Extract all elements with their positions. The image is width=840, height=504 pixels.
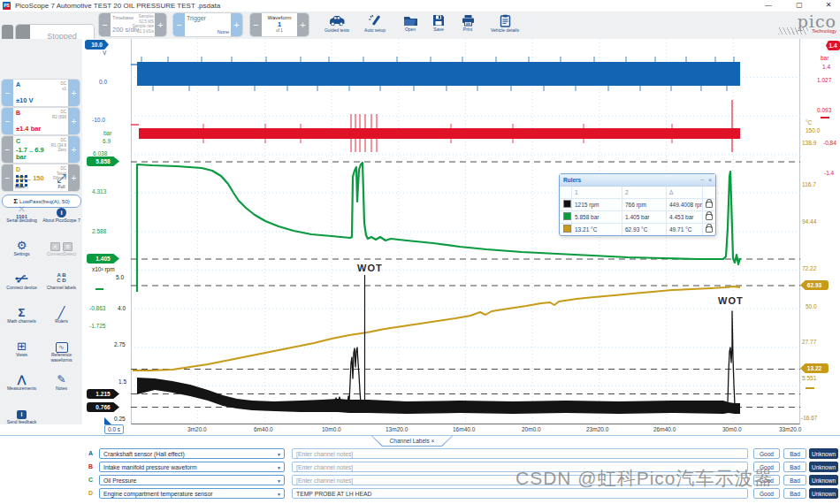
lock-icon[interactable] xyxy=(706,214,713,220)
channel-A-plus-button[interactable]: + xyxy=(68,80,80,106)
ruler-badge[interactable]: 1.405 xyxy=(87,254,119,263)
toolbar: Stopped − Timebase 200 s/div Samples 62.… xyxy=(0,11,840,40)
rulers-minimize-icon[interactable]: − xyxy=(700,174,704,186)
time-tick-label: 20m0.0 xyxy=(522,426,541,432)
channel-C-minus-button[interactable]: − xyxy=(2,136,13,163)
toolbar-vehicle-details-button[interactable]: Vehicle details xyxy=(485,13,525,37)
axis-label-left: 6.038 xyxy=(93,150,107,157)
bad-button-C[interactable]: Bad xyxy=(783,475,806,485)
bad-button-A[interactable]: Bad xyxy=(783,448,806,459)
axis-label-right: °C xyxy=(806,119,812,126)
row-channel-letter: A xyxy=(88,450,93,456)
sidebar-tool-more[interactable]: More... xyxy=(2,172,42,190)
time-tick-label: 16m40.0 xyxy=(453,426,475,432)
sidebar-tool-label: Notes xyxy=(42,386,81,392)
ruler-badge[interactable]: 0.766 xyxy=(87,402,119,412)
printer-icon xyxy=(454,14,481,27)
channel-A-minus-button[interactable]: − xyxy=(2,80,13,106)
sidebar-tool-full[interactable]: ⤢Full xyxy=(42,172,81,190)
waveform-minus-button[interactable]: − xyxy=(250,13,262,36)
sidebar-tool-serial-decoding[interactable]: ⤬1101Serial decoding xyxy=(2,205,42,224)
sample-rate-value: 31.3 kS/s xyxy=(137,29,154,34)
ruler-row: 13.21 °C62.93 °C49.71 °C xyxy=(560,224,715,235)
bad-button-B[interactable]: Bad xyxy=(783,462,806,472)
unknown-button-C[interactable]: Unknown xyxy=(809,475,838,485)
sidebar-tool-label: Full xyxy=(42,185,81,190)
sidebar-tool-reference-waveforms[interactable]: ∿Reference waveforms xyxy=(42,340,81,363)
sidebar-tool-channel-labels[interactable]: A BC DChannel labels xyxy=(42,272,81,291)
channel-B-panel[interactable]: −B±1.4 barDCR2 (690+ xyxy=(2,108,80,134)
channel-C-panel[interactable]: −C-1.7 .. 6.9 barDCR1 (34.8Zero+ xyxy=(2,136,80,163)
ruler-badge[interactable]: 1.4 xyxy=(826,41,840,50)
sidebar-tool-views[interactable]: ⊞Views xyxy=(2,340,42,358)
refwave-icon: ∿ xyxy=(42,340,81,353)
ruler-badge[interactable]: 5.858 xyxy=(87,157,119,166)
sidebar-tool-connectdetect[interactable]: A BConnectDetect xyxy=(42,239,81,257)
axis-label-left: 4.313 xyxy=(92,188,106,195)
sensor-select-B[interactable]: Intake manifold pressure waveform▼ xyxy=(99,462,285,472)
channel-labels-tab[interactable]: Channel Labels × xyxy=(371,436,453,447)
lock-icon[interactable] xyxy=(706,202,713,208)
toolbar-auto-setup-button[interactable]: Auto setup xyxy=(359,13,391,37)
ruler-icon: ╱ xyxy=(42,306,81,319)
channel-C-letter: C xyxy=(16,138,20,144)
time-tick-label: 23m20.0 xyxy=(586,426,608,432)
toolbar-save-button[interactable]: Save xyxy=(426,13,451,37)
sidebar-tool-measurements[interactable]: ⋀Measurements xyxy=(2,373,42,392)
sidebar-tool-send-feedback[interactable]: iSend feedback xyxy=(2,407,42,425)
channel-B-plus-button[interactable]: + xyxy=(68,108,80,134)
ruler-badge[interactable]: 1.215 xyxy=(87,389,119,399)
sidebar-tool-rulers[interactable]: ╱Rulers xyxy=(42,306,81,325)
waveform-canvas[interactable] xyxy=(82,39,840,424)
minimize-button[interactable]: — xyxy=(759,0,778,11)
sidebar-tool-notes[interactable]: ✎Notes xyxy=(42,373,81,392)
axis-label-left: bar xyxy=(103,130,111,136)
unknown-button-B[interactable]: Unknown xyxy=(809,462,838,472)
maximize-button[interactable]: ▢ xyxy=(790,0,809,11)
timebase-plus-button[interactable]: + xyxy=(155,13,166,36)
sidebar-tool-label: Measurements xyxy=(2,386,42,392)
sidebar-tool-settings[interactable]: ⚙Settings xyxy=(2,239,42,257)
rulers-panel-header[interactable]: Rulers − × xyxy=(560,174,715,187)
timebase-control: − Timebase 200 s/div Samples 62.5 MS Sam… xyxy=(99,13,166,36)
time-zero-marker-icon[interactable] xyxy=(104,417,111,424)
unknown-button-A[interactable]: Unknown xyxy=(809,448,838,459)
good-button-A[interactable]: Good xyxy=(753,448,780,459)
channel-A-panel[interactable]: −A±10 VDCx1+ xyxy=(2,80,80,106)
sensor-select-D[interactable]: Engine compartment temperature sensor▼ xyxy=(99,488,285,499)
rulers-close-icon[interactable]: × xyxy=(708,174,712,186)
channel-B-coupling-tags: DCR2 (690 xyxy=(52,110,66,119)
rulers-panel[interactable]: Rulers − × 12Δ1215 rpm766 rpm449.4008 rp… xyxy=(559,173,716,236)
trigger-minus-button[interactable]: − xyxy=(173,13,185,36)
ruler-badge[interactable]: 62.93 xyxy=(800,280,829,290)
sidebar-tool-label: About PicoScope 7 xyxy=(42,218,81,224)
scope-view: Rulers − × 12Δ1215 rpm766 rpm449.4008 rp… xyxy=(82,39,840,424)
trigger-plus-button[interactable]: + xyxy=(231,13,242,36)
sidebar-tool-math-channels[interactable]: ΣMath channels xyxy=(2,306,42,325)
channel-B-minus-button[interactable]: − xyxy=(2,108,13,134)
ruler-row: 5.858 bar1.405 bar4.453 bar xyxy=(560,211,715,224)
toolbar-open-button[interactable]: Open xyxy=(397,13,424,37)
waveform-plus-button[interactable]: + xyxy=(297,13,309,36)
toolbar-guided-tests-button[interactable]: Guided tests xyxy=(318,13,355,37)
close-button[interactable]: ✕ xyxy=(819,0,838,11)
lock-icon[interactable] xyxy=(706,226,713,233)
sidebar-tool-label: Serial decoding xyxy=(2,218,42,224)
axis-label-right: bar xyxy=(821,55,829,61)
bad-button-D[interactable]: Bad xyxy=(783,488,806,499)
sensor-select-A[interactable]: Crankshaft sensor (Hall effect)▼ xyxy=(99,448,285,459)
sidebar-tool-about-picoscope-7[interactable]: iAbout PicoScope 7 xyxy=(42,205,81,224)
wand-icon xyxy=(359,14,391,27)
ruler-badge[interactable]: 10.0 xyxy=(85,40,109,50)
channel-notes-input-A[interactable]: [Enter channel notes] xyxy=(292,448,748,459)
sigma-icon: Σ xyxy=(13,197,18,205)
sidebar-tool-connect-device[interactable]: Connect device xyxy=(2,272,42,291)
ruler-badge[interactable]: 13.22 xyxy=(800,363,829,373)
axis-label-right: 94.44 xyxy=(802,218,816,225)
timebase-minus-button[interactable]: − xyxy=(99,13,111,36)
unknown-button-D[interactable]: Unknown xyxy=(809,488,838,499)
toolbar-print-button[interactable]: Print xyxy=(454,13,481,37)
time-axis: 0.0 s 3m20.06m40.010m0.013m20.016m40.020… xyxy=(0,424,840,435)
sensor-select-C[interactable]: Oil Pressure▼ xyxy=(99,475,285,485)
channel-C-plus-button[interactable]: + xyxy=(68,136,80,163)
